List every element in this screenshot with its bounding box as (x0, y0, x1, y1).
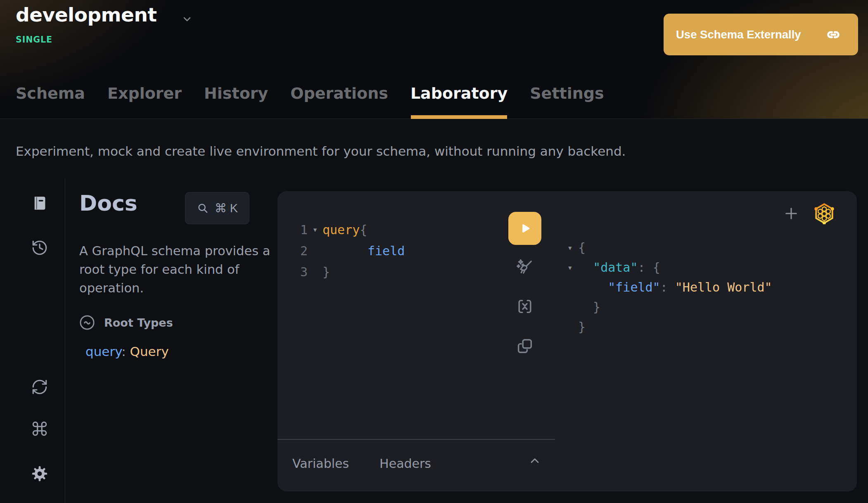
line-number: 1 (289, 219, 308, 240)
shortcuts-sidebar-button[interactable] (30, 419, 50, 439)
tab-settings[interactable]: Settings (530, 84, 604, 119)
merge-icon (515, 297, 534, 316)
root-types-section-header: Root Types (78, 314, 173, 331)
tab-headers[interactable]: Headers (379, 456, 431, 471)
search-shortcut-label: ⌘ K (215, 201, 238, 215)
settings-sidebar-button[interactable] (30, 464, 50, 484)
copy-icon (515, 337, 534, 356)
history-icon (31, 239, 48, 256)
editor-line: 1 ▾ query{ (277, 219, 367, 240)
use-schema-label: Use Schema Externally (676, 28, 801, 41)
root-type-name: Query (130, 344, 169, 359)
editor-footer-divider (277, 439, 555, 440)
root-type-query-link[interactable]: query: Query (85, 344, 169, 359)
json-value-string: "Hello World" (675, 280, 772, 294)
line-number: 3 (289, 261, 308, 282)
json-key-data: "data" (593, 260, 638, 275)
line-number: 2 (289, 240, 308, 261)
root-types-label: Root Types (104, 316, 173, 329)
docs-icon (31, 195, 48, 212)
response-line: } (567, 317, 772, 337)
tab-operations[interactable]: Operations (290, 84, 388, 119)
collapse-footer-button[interactable] (525, 451, 544, 470)
response-viewer: ▾ { ▾ "data": { "field": "Hello World" }… (567, 238, 772, 337)
docs-sidebar-button[interactable] (30, 193, 50, 213)
prettify-button[interactable] (515, 258, 534, 277)
root-field-name: query (85, 344, 121, 359)
tab-schema[interactable]: Schema (16, 84, 85, 119)
root-field-separator: : (121, 344, 130, 359)
fold-marker-icon[interactable]: ▾ (308, 219, 323, 240)
tab-history[interactable]: History (204, 84, 268, 119)
docs-title: Docs (79, 191, 138, 216)
json-key-field: "field" (608, 280, 660, 294)
plus-icon (783, 205, 800, 222)
editor-line: 3 } (277, 261, 330, 282)
root-types-icon (78, 314, 96, 331)
use-schema-externally-button[interactable]: Use Schema Externally (664, 14, 858, 55)
merge-fragments-button[interactable] (515, 297, 534, 316)
page-header: development SINGLE Use Schema Externally… (0, 0, 868, 119)
editor-footer-tabs: Variables Headers (292, 456, 431, 471)
command-menu-icon (31, 420, 48, 437)
query-keyword: query (323, 223, 360, 237)
tab-variables[interactable]: Variables (292, 456, 349, 471)
execute-query-button[interactable] (508, 212, 541, 245)
editor-line: 2 field (277, 240, 405, 261)
fold-marker-icon[interactable]: ▾ (567, 258, 578, 278)
page-description: Experiment, mock and create live environ… (16, 144, 626, 159)
add-tab-button[interactable] (782, 204, 801, 223)
settings-icon (31, 465, 48, 482)
link-icon (825, 26, 842, 43)
refresh-icon (31, 378, 48, 396)
response-line: } (567, 297, 772, 317)
play-icon (517, 221, 532, 236)
docs-intro-text: A GraphQL schema provides a root type fo… (79, 242, 277, 297)
response-line: ▾ { (567, 238, 772, 258)
prettify-icon (515, 258, 534, 277)
chevron-down-icon[interactable] (181, 13, 193, 26)
copy-query-button[interactable] (515, 337, 534, 356)
operation-panel: 1 ▾ query{ 2 field 3 } (277, 191, 857, 491)
chevron-up-icon (528, 454, 542, 468)
response-line: "field": "Hello World" (567, 278, 772, 297)
tab-explorer[interactable]: Explorer (107, 84, 182, 119)
search-icon (197, 202, 209, 214)
open-brace: { (360, 223, 367, 237)
history-sidebar-button[interactable] (30, 238, 50, 258)
sidebar-divider (65, 178, 65, 503)
hive-logo-icon[interactable] (813, 202, 836, 225)
refresh-sidebar-button[interactable] (30, 377, 50, 397)
single-badge: SINGLE (16, 35, 52, 45)
fold-marker-icon[interactable]: ▾ (567, 238, 578, 258)
tab-bar: Schema Explorer History Operations Labor… (16, 84, 604, 119)
tab-laboratory[interactable]: Laboratory (410, 84, 508, 119)
target-name: development (16, 3, 157, 26)
laboratory-page: development SINGLE Use Schema Externally… (0, 0, 868, 503)
field-token: field (368, 244, 405, 258)
docs-search-button[interactable]: ⌘ K (185, 192, 249, 224)
response-line: ▾ "data": { (567, 258, 772, 278)
close-brace: } (323, 265, 330, 279)
